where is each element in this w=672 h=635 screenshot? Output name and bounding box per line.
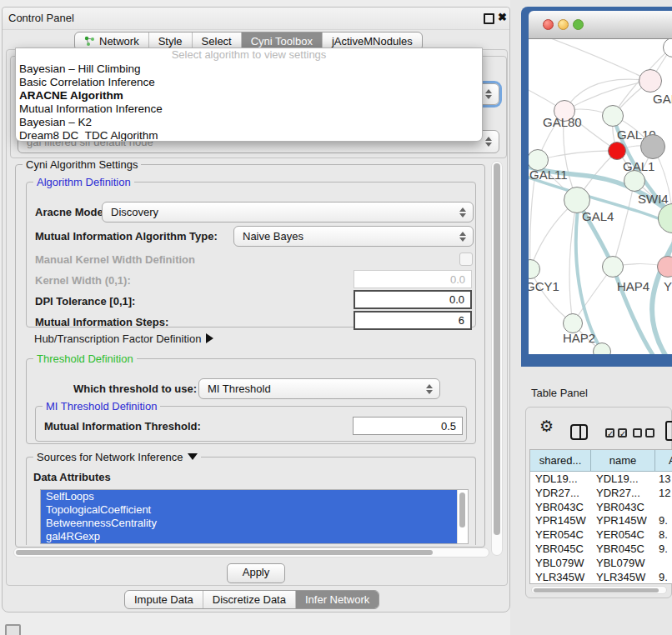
checked-box-icon[interactable]: ✓ <box>605 428 614 438</box>
table-cell: YBR043C <box>535 500 584 514</box>
combo-arrows-icon <box>459 207 466 218</box>
column-header-1[interactable]: shared... <box>530 450 591 471</box>
popup-item[interactable]: Bayesian – Hill Climbing <box>16 62 482 76</box>
docked-panel-icon[interactable] <box>5 624 21 635</box>
settings-horizontal-scrollbar[interactable] <box>13 548 489 558</box>
network-node-swi4[interactable] <box>624 170 645 192</box>
column-header-3[interactable]: A <box>655 450 672 471</box>
mi-type-combobox[interactable]: Naive Bayes <box>233 226 474 247</box>
table-cell: YBL079W <box>596 556 645 570</box>
hub-definition-expander[interactable]: Hub/Transcription Factor Definition <box>34 332 213 345</box>
table-row[interactable]: YDR27...YDR27...12 <box>530 486 672 500</box>
sources-group-title[interactable]: Sources for Network Inference <box>33 451 201 463</box>
tab-infer-network[interactable]: Infer Network <box>295 591 379 608</box>
table-cell: YBR045C <box>535 542 584 556</box>
mi-type-label: Mutual Information Algorithm Type: <box>35 230 218 242</box>
node-label: HAP2 <box>563 331 595 345</box>
popup-item[interactable]: Basic Correlation Inference <box>16 76 482 89</box>
popup-item[interactable]: Mutual Information Inference <box>16 102 482 116</box>
table-cell: YPR145W <box>596 513 647 528</box>
attribute-item[interactable]: TopologicalCoefficient <box>41 503 461 517</box>
network-node-gal10[interactable] <box>602 105 624 127</box>
network-window-titlebar[interactable] <box>529 11 672 39</box>
which-threshold-combobox[interactable]: MI Threshold <box>198 378 440 399</box>
mi-threshold-label: Mutual Information Threshold: <box>44 420 201 432</box>
cyni-settings-scrollpane: Cyni Algorithm Settings Algorithm Defini… <box>10 158 504 560</box>
sources-title-text: Sources for Network Inference <box>37 451 183 463</box>
aracne-mode-combobox[interactable]: Discovery <box>102 202 474 222</box>
tab-label: Style <box>158 35 183 48</box>
kernel-width-field[interactable]: 0.0 <box>354 270 472 288</box>
table-cell: 13 <box>659 472 670 486</box>
float-window-icon[interactable] <box>484 13 494 24</box>
which-threshold-label: Which threshold to use: <box>73 382 197 395</box>
table-cell: 9. <box>659 583 668 584</box>
table-cell: YIL052C <box>535 583 578 584</box>
table-row[interactable]: YBL079WYBL079W <box>530 556 672 570</box>
mi-type-value: Naive Bayes <box>243 230 303 242</box>
data-attributes-label: Data Attributes <box>33 471 111 483</box>
group-title: Algorithm Definition <box>33 176 134 188</box>
group-title: MI Threshold Definition <box>43 400 160 412</box>
tab-label: Network <box>99 35 139 48</box>
table-row[interactable]: YPR145WYPR145W9. <box>530 513 672 528</box>
network-node-gal1[interactable] <box>608 142 626 160</box>
node-label: SWI4 <box>638 192 669 206</box>
scrollbar-thumb[interactable] <box>16 550 433 555</box>
control-panel-titlebar: Control Panel ✖ <box>3 8 509 30</box>
combo-arrows-icon <box>459 231 466 242</box>
table-row[interactable]: YDL19...YDL19...13 <box>530 472 672 486</box>
apply-button[interactable]: Apply <box>227 563 285 583</box>
gear-icon[interactable]: ⚙ <box>539 417 554 435</box>
attribute-item[interactable]: BetweennessCentrality <box>41 517 461 530</box>
manual-kernel-checkbox[interactable] <box>459 252 473 266</box>
network-window: GALGAL80GAL10GAL1GAL11SWI4GAL4GCY1HAP4YH… <box>521 7 672 367</box>
unchecked-box-icon[interactable] <box>633 428 642 438</box>
mi-steps-field[interactable]: 6 <box>354 311 472 330</box>
new-table-icon[interactable] <box>665 421 672 441</box>
close-traffic-light[interactable] <box>543 19 554 30</box>
minimize-traffic-light[interactable] <box>558 19 569 30</box>
network-node-hap4[interactable] <box>602 256 624 278</box>
table-row[interactable]: YBR043CYBR043C <box>530 500 672 514</box>
popup-item[interactable]: Dream8 DC_TDC Algorithm <box>16 129 482 142</box>
table-row[interactable]: YIL052CYIL052C9. <box>530 583 672 584</box>
table-row[interactable]: YLR345WYLR345W9. <box>530 570 672 584</box>
table-horizontal-scrollbar[interactable] <box>531 586 667 594</box>
node-table: shared...nameA YDL19...YDL19...13YDR27..… <box>529 449 672 584</box>
table-row[interactable]: YBR045CYBR045C9. <box>530 542 672 556</box>
combo-arrows-icon <box>485 88 492 100</box>
table-cell: 9. <box>659 513 668 528</box>
checked-box-icon[interactable]: ✓ <box>618 428 627 438</box>
popup-item[interactable]: ARACNE Algorithm <box>16 89 482 102</box>
network-node-gal[interactable] <box>639 69 662 92</box>
popup-item[interactable]: Bayesian – K2 <box>16 116 482 129</box>
scrollbar-thumb[interactable] <box>459 492 465 528</box>
tab-discretize-data[interactable]: Discretize Data <box>203 591 295 608</box>
scrollbar-thumb[interactable] <box>534 588 659 592</box>
which-threshold-value: MI Threshold <box>208 382 271 395</box>
scrollbar-thumb[interactable] <box>494 163 500 535</box>
collapse-arrow-icon <box>188 453 198 460</box>
attribute-item[interactable]: gal4RGexp <box>41 530 461 543</box>
network-node[interactable] <box>640 134 665 159</box>
mi-threshold-field[interactable]: 0.5 <box>353 417 463 435</box>
network-view[interactable]: GALGAL80GAL10GAL1GAL11SWI4GAL4GCY1HAP4YH… <box>529 39 672 354</box>
tab-impute-data[interactable]: Impute Data <box>125 591 203 608</box>
aracne-mode-label: Aracne Mode: <box>35 206 107 218</box>
node-label: HAP4 <box>617 279 649 293</box>
unchecked-box-icon[interactable] <box>645 428 654 438</box>
attribute-item[interactable]: SelfLoops <box>41 490 461 503</box>
list-scrollbar[interactable] <box>457 490 467 543</box>
dpi-tolerance-field[interactable]: 0.0 <box>354 290 472 309</box>
settings-vertical-scrollbar[interactable] <box>491 161 503 556</box>
close-icon[interactable]: ✖ <box>498 11 507 23</box>
table-cell: YDL19... <box>535 472 578 486</box>
table-cell: YBR043C <box>596 500 644 514</box>
table-cell: 9. <box>659 570 668 584</box>
table-row[interactable]: YER054CYER054C8. <box>530 528 672 542</box>
zoom-traffic-light[interactable] <box>573 19 584 30</box>
columns-icon[interactable] <box>570 424 588 440</box>
tab-label: Cyni Toolbox <box>251 35 313 48</box>
column-header-2[interactable]: name <box>591 450 655 471</box>
